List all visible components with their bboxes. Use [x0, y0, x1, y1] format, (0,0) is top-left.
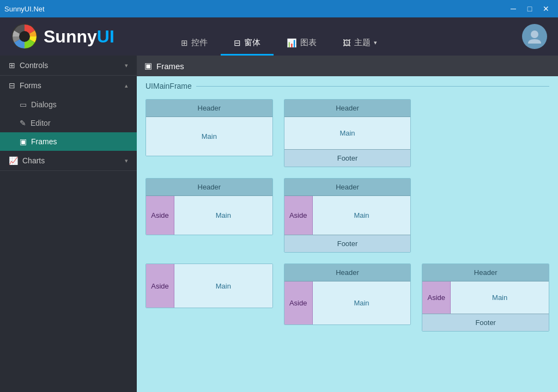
sidebar-item-frames[interactable]: ▣ Frames: [0, 132, 137, 151]
frame-header-main: Header Main: [145, 99, 273, 156]
sidebar-item-controls[interactable]: ⊞ Controls ▾: [0, 56, 137, 76]
chevron-up-icon: ▴: [125, 82, 128, 89]
tab-charts[interactable]: 📊 图表: [274, 32, 330, 56]
frame9-body: Aside Main: [422, 281, 549, 314]
frame5-header: Header: [284, 179, 411, 196]
tab-forms[interactable]: ⊟ 窗体: [221, 32, 274, 56]
frame7-body: Aside Main: [146, 264, 272, 308]
titlebar: SunnyUI.Net ─ □ ✕: [0, 0, 558, 17]
window-icon: ⊟: [234, 38, 241, 48]
image-icon: 🖼: [343, 38, 351, 47]
edit-icon: ✎: [20, 119, 26, 127]
frame5-body: Aside Main: [284, 196, 411, 235]
frame5-footer: Footer: [284, 235, 411, 252]
sidebar-dialogs-label: Dialogs: [31, 100, 57, 109]
chevron-down-icon: ▾: [374, 39, 377, 46]
sidebar: ⊞ Controls ▾ ⊟ Forms ▴ ▭ Dialogs ✎ Edito…: [0, 56, 137, 392]
logo-text-black: Sunny: [44, 27, 97, 46]
frame-header-aside-main-footer: Header Aside Main Footer: [284, 178, 411, 253]
logo-area: SunnyUI: [11, 23, 114, 50]
frame4-main: Main: [174, 196, 272, 235]
frame-header-main-footer: Header Main Footer: [284, 99, 411, 167]
sidebar-editor-label: Editor: [31, 119, 51, 127]
frame-header-aside-main-footer-2: Header Aside Main Footer: [422, 264, 549, 332]
frame-header-aside-main: Header Aside Main: [145, 178, 273, 235]
close-button[interactable]: ✕: [538, 3, 554, 15]
minimize-button[interactable]: ─: [506, 3, 521, 15]
frame9-footer: Footer: [422, 314, 549, 331]
frame7-main: Main: [174, 264, 272, 308]
logo-text-blue: UI: [97, 27, 114, 46]
sidebar-controls-label: Controls: [20, 61, 120, 70]
frame9-aside: Aside: [422, 281, 451, 314]
logo-icon: [11, 23, 38, 50]
tab-controls[interactable]: ⊞ 控件: [168, 32, 221, 56]
frame8-main: Main: [313, 281, 411, 324]
nav-tabs: ⊞ 控件 ⊟ 窗体 📊 图表 🖼 主题 ▾: [168, 17, 390, 56]
grid-icon: ⊞: [181, 38, 188, 48]
sidebar-item-forms[interactable]: ⊟ Forms ▴: [0, 76, 137, 95]
dialog-icon: ▭: [20, 100, 27, 109]
section-title-text: UIMainFrame: [145, 82, 192, 90]
charts-icon: 📈: [9, 156, 18, 165]
frame1-header: Header: [146, 100, 272, 117]
frame-aside-main: Aside Main: [145, 264, 273, 308]
chevron-right2-icon: ▾: [125, 157, 128, 164]
controls-icon: ⊞: [9, 61, 15, 70]
chevron-right-icon: ▾: [125, 62, 128, 69]
frame2-header: Header: [284, 100, 411, 117]
frame4-header: Header: [146, 179, 272, 196]
frame8-header: Header: [284, 264, 411, 281]
maximize-button[interactable]: □: [522, 3, 537, 15]
content-title: Frames: [156, 62, 184, 71]
frame2-main: Main: [284, 117, 411, 149]
frame5-aside: Aside: [284, 196, 313, 235]
sidebar-item-editor[interactable]: ✎ Editor: [0, 114, 137, 132]
forms-icon: ⊟: [9, 81, 15, 90]
frame1-main: Main: [146, 117, 272, 156]
tab-charts-label: 图表: [300, 38, 317, 48]
section-title: UIMainFrame: [145, 82, 549, 90]
frame9-main: Main: [451, 281, 549, 314]
frame8-body: Aside Main: [284, 281, 411, 324]
tab-theme[interactable]: 🖼 主题 ▾: [330, 32, 390, 56]
frame5-main: Main: [313, 196, 411, 235]
titlebar-controls: ─ □ ✕: [506, 3, 554, 15]
sidebar-charts-label: Charts: [22, 156, 120, 165]
sidebar-frames-label: Frames: [31, 137, 57, 146]
frame7-aside: Aside: [146, 264, 174, 308]
svg-point-2: [531, 30, 538, 38]
avatar[interactable]: [522, 24, 547, 49]
main-layout: ⊞ Controls ▾ ⊟ Forms ▴ ▭ Dialogs ✎ Edito…: [0, 56, 558, 392]
content-wrapper: ▣ Frames UIMainFrame Header Main Header …: [137, 56, 558, 392]
frame-header-aside-main-2: Header Aside Main: [284, 264, 411, 325]
frames-content: UIMainFrame Header Main Header Main Foot…: [137, 76, 558, 392]
frame4-aside: Aside: [146, 196, 174, 235]
frames-grid: Header Main Header Main Footer Header As…: [145, 99, 549, 332]
tab-controls-label: 控件: [191, 38, 208, 48]
frame9-header: Header: [422, 264, 549, 281]
avatar-icon: [526, 28, 543, 45]
frame2-footer: Footer: [284, 149, 411, 167]
titlebar-title: SunnyUI.Net: [4, 5, 45, 13]
sidebar-item-dialogs[interactable]: ▭ Dialogs: [0, 95, 137, 114]
svg-point-1: [19, 31, 30, 42]
logo-text: SunnyUI: [44, 27, 114, 47]
sidebar-forms-label: Forms: [20, 81, 120, 90]
frames-page-icon: ▣: [144, 61, 152, 71]
sidebar-item-charts[interactable]: 📈 Charts ▾: [0, 151, 137, 171]
app-header: SunnyUI ⊞ 控件 ⊟ 窗体 📊 图表 🖼 主题 ▾: [0, 17, 558, 56]
frame8-aside: Aside: [284, 281, 313, 324]
tab-theme-label: 主题: [354, 38, 371, 48]
tab-forms-label: 窗体: [244, 38, 260, 48]
content-titlebar: ▣ Frames: [137, 56, 558, 76]
frame4-body: Aside Main: [146, 196, 272, 235]
chart-icon: 📊: [287, 38, 297, 48]
frame-icon: ▣: [20, 137, 27, 146]
titlebar-app-name: SunnyUI.Net: [4, 5, 45, 13]
